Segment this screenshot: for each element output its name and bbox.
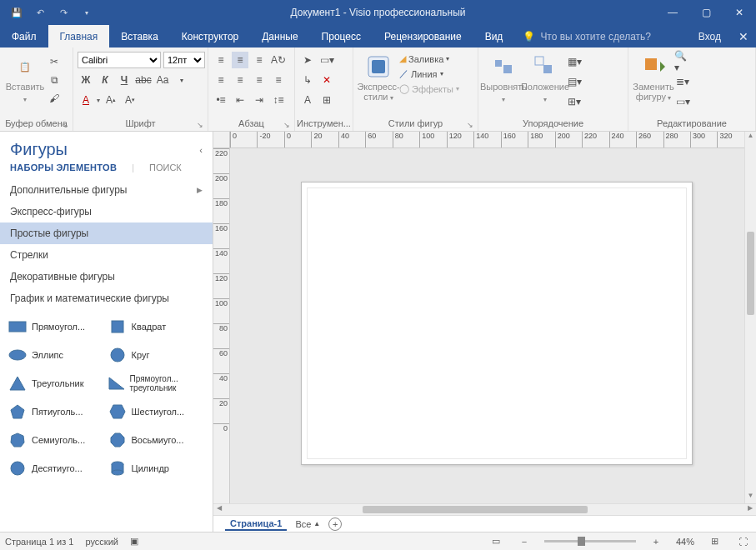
font-color-drop-icon[interactable]: ▾ bbox=[97, 97, 100, 104]
connection-point-tool-icon[interactable]: ⊞ bbox=[318, 92, 335, 108]
scroll-thumb[interactable] bbox=[747, 232, 754, 315]
shape-heptagon[interactable]: Семиуголь... bbox=[8, 428, 105, 452]
font-size-select[interactable]: 12пт bbox=[163, 52, 205, 68]
tab-process[interactable]: Процесс bbox=[310, 25, 373, 48]
group-icon[interactable]: ⊞▾ bbox=[566, 93, 583, 110]
align-bottom-button[interactable]: ≡ bbox=[251, 52, 268, 68]
align-top-button[interactable]: ≡ bbox=[213, 52, 229, 68]
stencil-item[interactable]: Декоративные фигуры bbox=[0, 266, 213, 288]
cut-icon[interactable]: ✂ bbox=[46, 53, 63, 70]
collapse-pane-icon[interactable]: ‹ bbox=[199, 145, 203, 155]
macro-record-icon[interactable]: ▣ bbox=[130, 536, 138, 547]
shape-ellipse[interactable]: Эллипс bbox=[8, 342, 105, 368]
position-button[interactable]: Положение bbox=[524, 50, 566, 105]
shape-hexagon[interactable]: Шестиугол... bbox=[108, 399, 205, 424]
align-left-button[interactable]: ≡ bbox=[213, 72, 229, 88]
scroll-up-icon[interactable]: ▲ bbox=[745, 132, 756, 143]
ribbon-close-button[interactable]: ✕ bbox=[731, 25, 756, 48]
strike-button[interactable]: abc bbox=[135, 72, 152, 88]
shape-pentagon[interactable]: Пятиуголь... bbox=[8, 399, 105, 424]
shape-decagon[interactable]: Десятиуго... bbox=[8, 456, 105, 481]
presentation-mode-icon[interactable]: ▭ bbox=[488, 536, 504, 547]
bold-button[interactable]: Ж bbox=[78, 72, 94, 88]
tab-design[interactable]: Конструктор bbox=[170, 25, 250, 48]
sign-in-button[interactable]: Вход bbox=[688, 25, 731, 48]
full-screen-icon[interactable]: ⛶ bbox=[734, 537, 751, 547]
all-pages-button[interactable]: Все▲ bbox=[295, 519, 320, 529]
line-button[interactable]: ／Линия▾ bbox=[399, 68, 459, 80]
change-shape-button[interactable]: Заменить фигуру bbox=[633, 50, 674, 103]
stencil-item-selected[interactable]: Простые фигуры bbox=[0, 222, 213, 244]
delete-tool-icon[interactable]: ✕ bbox=[318, 72, 335, 88]
orientation-button[interactable]: A↻ bbox=[270, 52, 287, 68]
align-middle-button[interactable]: ≡ bbox=[232, 52, 248, 68]
close-button[interactable]: ✕ bbox=[723, 0, 756, 25]
bullets-button[interactable]: •≡ bbox=[213, 92, 229, 108]
quick-styles-button[interactable]: Экспресс- стили bbox=[358, 50, 399, 103]
zoom-slider[interactable] bbox=[544, 540, 636, 542]
drawing-page[interactable] bbox=[301, 182, 693, 465]
stencil-item[interactable]: Стрелки bbox=[0, 244, 213, 266]
minimize-button[interactable]: — bbox=[656, 0, 689, 25]
launcher-icon[interactable]: ↘ bbox=[197, 121, 203, 129]
scroll-thumb[interactable] bbox=[363, 506, 588, 513]
undo-icon[interactable]: ↶ bbox=[32, 4, 48, 21]
stencil-sets-tab[interactable]: НАБОРЫ ЭЛЕМЕНТОВ bbox=[10, 162, 117, 172]
qat-customize-icon[interactable]: ▾ bbox=[78, 4, 95, 21]
shape-octagon[interactable]: Восьмиуго... bbox=[108, 428, 205, 452]
send-back-icon[interactable]: ▤▾ bbox=[566, 73, 583, 90]
zoom-out-button[interactable]: − bbox=[516, 537, 533, 547]
paste-button[interactable]: 📋 Вставить bbox=[4, 50, 46, 105]
find-icon[interactable]: 🔍▾ bbox=[674, 53, 691, 70]
horizontal-scrollbar[interactable]: ◀ ▶ bbox=[213, 503, 756, 515]
stencil-search-tab[interactable]: ПОИСК bbox=[149, 162, 182, 172]
copy-icon[interactable]: ⧉ bbox=[46, 72, 63, 88]
add-page-button[interactable]: + bbox=[328, 518, 342, 531]
save-icon[interactable]: 💾 bbox=[8, 4, 25, 21]
tab-data[interactable]: Данные bbox=[250, 25, 309, 48]
scroll-down-icon[interactable]: ▼ bbox=[745, 492, 756, 503]
tell-me-search[interactable]: 💡 Что вы хотите сделать? bbox=[514, 25, 659, 48]
shape-cylinder[interactable]: Цилиндр bbox=[108, 456, 205, 481]
tab-view[interactable]: Вид bbox=[473, 25, 515, 48]
zoom-in-button[interactable]: + bbox=[648, 537, 664, 547]
line-spacing-button[interactable]: ↕≡ bbox=[270, 92, 287, 108]
stencil-item[interactable]: Экспресс-фигуры bbox=[0, 201, 213, 222]
launcher-icon[interactable]: ↘ bbox=[467, 121, 473, 129]
font-family-select[interactable]: Calibri bbox=[78, 52, 161, 68]
shrink-font-button[interactable]: A▾ bbox=[122, 92, 138, 108]
bring-front-icon[interactable]: ▦▾ bbox=[566, 53, 583, 70]
shape-circle[interactable]: Круг bbox=[108, 342, 205, 368]
effects-button[interactable]: ◯Эффекты▾ bbox=[399, 83, 459, 94]
align-center-button[interactable]: ≡ bbox=[232, 72, 248, 88]
drawing-canvas[interactable]: 0-20020406080100120140160180200220240260… bbox=[213, 132, 756, 532]
vertical-scrollbar[interactable]: ▲ ▼ bbox=[744, 132, 756, 503]
redo-icon[interactable]: ↷ bbox=[55, 4, 72, 21]
tab-file[interactable]: Файл bbox=[0, 25, 48, 48]
shape-square[interactable]: Квадрат bbox=[108, 314, 205, 339]
change-case-button[interactable]: Aa bbox=[154, 72, 171, 88]
launcher-icon[interactable]: ↘ bbox=[283, 121, 290, 129]
select-icon[interactable]: ▭▾ bbox=[674, 93, 691, 110]
format-painter-icon[interactable]: 🖌 bbox=[46, 90, 63, 107]
fit-page-icon[interactable]: ⊞ bbox=[706, 536, 723, 547]
rectangle-tool-icon[interactable]: ▭▾ bbox=[318, 52, 335, 68]
align-button[interactable]: Выровнять bbox=[483, 50, 524, 105]
font-color-button[interactable]: A bbox=[78, 92, 94, 108]
fill-button[interactable]: ◢Заливка▾ bbox=[399, 53, 459, 64]
shape-triangle[interactable]: Треугольник bbox=[8, 371, 105, 396]
scroll-left-icon[interactable]: ◀ bbox=[213, 504, 225, 515]
font-more-icon[interactable]: ▾ bbox=[173, 72, 190, 88]
stencil-item[interactable]: График и математические фигуры bbox=[0, 288, 213, 309]
shape-right-triangle[interactable]: Прямоугол... треугольник bbox=[108, 371, 205, 396]
underline-button[interactable]: Ч bbox=[116, 72, 133, 88]
pointer-tool-icon[interactable]: ➤ bbox=[299, 52, 316, 68]
language-label[interactable]: русский bbox=[85, 537, 118, 547]
launcher-icon[interactable]: ↘ bbox=[62, 121, 68, 129]
stencil-item[interactable]: Дополнительные фигуры▶ bbox=[0, 179, 213, 201]
page-number-label[interactable]: Страница 1 из 1 bbox=[5, 537, 73, 547]
increase-indent-button[interactable]: ⇥ bbox=[251, 92, 268, 108]
text-tool-icon[interactable]: A bbox=[299, 92, 316, 108]
align-right-button[interactable]: ≡ bbox=[251, 72, 268, 88]
maximize-button[interactable]: ▢ bbox=[689, 0, 723, 25]
